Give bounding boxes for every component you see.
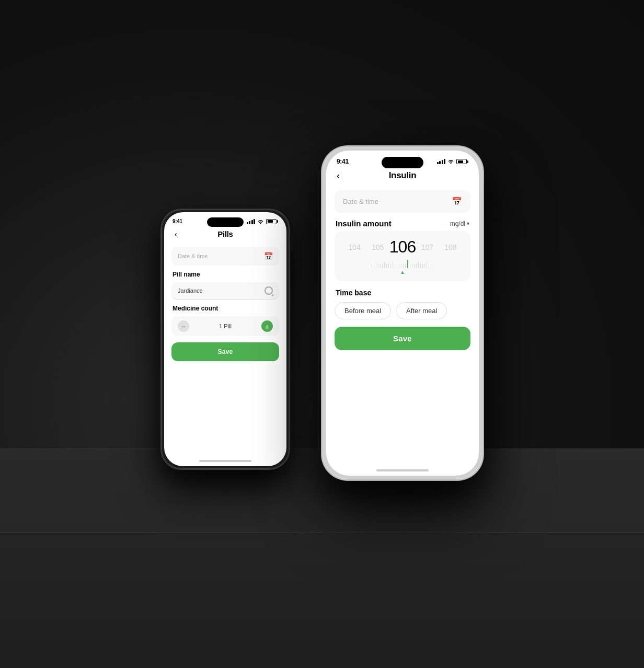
silent-button-insulin — [321, 194, 323, 209]
decrement-button[interactable]: − — [178, 320, 189, 332]
insulin-amount-label: Insulin amount — [336, 219, 392, 228]
pill-name-value: Jardiance — [178, 287, 203, 294]
calendar-icon: 📅 — [264, 252, 273, 260]
wheel-num-106-active: 106 — [389, 237, 416, 257]
volume-up-button — [160, 278, 162, 304]
medicine-count-control: − 1 Pill + — [171, 316, 279, 336]
power-button — [289, 272, 290, 304]
wheel-numbers: 104 105 106 107 108 — [343, 237, 462, 257]
insulin-date-time-field[interactable]: Date & time 📅 — [335, 190, 470, 213]
insulin-phone: 9:41 — [321, 146, 484, 480]
insulin-save-button[interactable]: Save — [335, 327, 470, 350]
date-time-label: Date & time — [178, 253, 208, 259]
save-button[interactable]: Save — [171, 342, 279, 361]
unit-selector[interactable]: mg/dl ▾ — [450, 220, 469, 227]
medicine-count-value: 1 Pill — [219, 323, 232, 329]
insulin-screen: 9:41 — [326, 151, 479, 476]
insulin-screen-content: Date & time 📅 Insulin amount mg/dl ▾ 104… — [326, 186, 479, 465]
pills-screen: 9:41 — [164, 212, 286, 466]
wheel-num-108: 108 — [439, 243, 462, 251]
dynamic-island — [207, 217, 244, 227]
volume-down-button — [160, 309, 162, 335]
chevron-down-icon: ▾ — [467, 221, 469, 226]
medicine-count-section-label: Medicine count — [171, 305, 279, 312]
meal-buttons: Before meal After meal — [335, 302, 470, 319]
tick-arrow-up: ▲ — [343, 269, 462, 275]
status-time: 9:41 — [172, 218, 182, 224]
insulin-date-time-label: Date & time — [343, 198, 378, 205]
time-base-label: Time base — [335, 289, 470, 297]
tick-marks — [343, 260, 462, 268]
unit-value: mg/dl — [450, 220, 465, 227]
pill-name-section-label: Pill name — [171, 271, 279, 278]
before-meal-button[interactable]: Before meal — [335, 302, 391, 319]
insulin-status-icons — [437, 159, 469, 164]
nav-bar: ‹ Pills — [164, 226, 286, 244]
insulin-back-button[interactable]: ‹ — [337, 170, 340, 181]
screen-content: Date & time 📅 Pill name Jardiance Medici… — [164, 244, 286, 456]
number-wheel[interactable]: 104 105 106 107 108 — [335, 231, 470, 281]
wifi-icon — [257, 219, 264, 224]
signal-bars-icon — [247, 219, 256, 224]
insulin-amount-header: Insulin amount mg/dl ▾ — [335, 219, 470, 228]
pill-name-field[interactable]: Jardiance — [171, 282, 279, 300]
time-base-section: Time base Before meal After meal — [335, 289, 470, 319]
insulin-page-title: Insulin — [389, 170, 417, 181]
volume-up-button-insulin — [321, 215, 323, 241]
wheel-num-105: 105 — [366, 243, 389, 251]
after-meal-button[interactable]: After meal — [396, 302, 447, 319]
insulin-signal-bars-icon — [437, 159, 446, 164]
insulin-wifi-icon — [447, 159, 454, 164]
tick-center — [407, 260, 408, 268]
insulin-nav-bar: ‹ Insulin — [326, 167, 479, 186]
volume-down-button-insulin — [321, 246, 323, 272]
insulin-status-time: 9:41 — [337, 158, 349, 165]
home-indicator — [164, 456, 286, 466]
back-button[interactable]: ‹ — [175, 229, 177, 238]
increment-button[interactable]: + — [261, 320, 273, 332]
battery-icon — [266, 219, 278, 224]
silent-button — [160, 257, 162, 271]
power-button-insulin — [482, 210, 484, 241]
dynamic-island-insulin — [382, 157, 423, 168]
insulin-calendar-icon: 📅 — [452, 197, 462, 206]
pills-phone: 9:41 — [160, 209, 290, 470]
insulin-home-indicator — [326, 465, 479, 476]
search-icon — [264, 286, 273, 295]
insulin-battery-icon — [456, 159, 468, 164]
date-time-field[interactable]: Date & time 📅 — [171, 247, 279, 266]
wheel-num-107: 107 — [416, 243, 439, 251]
wheel-num-104: 104 — [343, 243, 366, 251]
status-icons — [247, 219, 279, 224]
page-title: Pills — [217, 229, 233, 238]
